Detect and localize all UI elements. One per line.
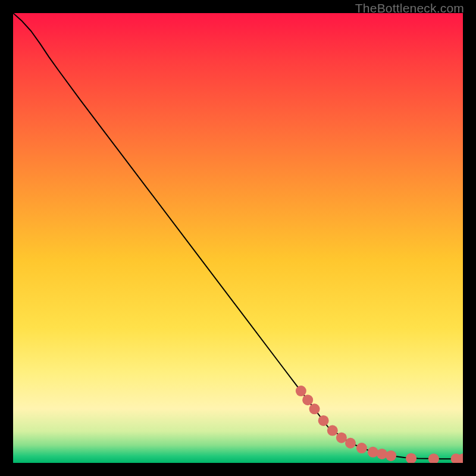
chart-frame: TheBottleneck.com <box>0 0 476 476</box>
marker-dot <box>336 433 347 443</box>
marker-dot <box>327 425 338 436</box>
chart-svg <box>13 13 463 463</box>
marker-dot <box>296 386 306 396</box>
marker-dot <box>318 415 329 426</box>
marker-dot <box>345 438 356 449</box>
chart-background <box>13 13 463 463</box>
watermark-label: TheBottleneck.com <box>355 1 464 15</box>
marker-dot <box>356 443 367 453</box>
marker-dot <box>386 450 396 461</box>
marker-dot <box>368 447 378 458</box>
marker-dot <box>302 394 313 405</box>
marker-dot <box>377 449 387 459</box>
chart-plot-area <box>13 13 463 463</box>
marker-dot <box>309 403 320 414</box>
